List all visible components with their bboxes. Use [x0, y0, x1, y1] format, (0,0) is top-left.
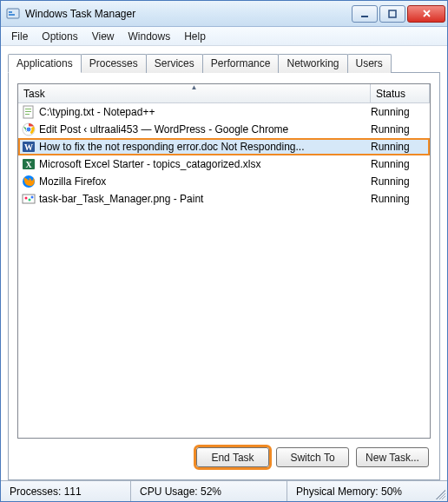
task-status: Running	[371, 106, 426, 118]
task-name: Mozilla Firefox	[39, 175, 371, 188]
menu-help[interactable]: Help	[177, 29, 213, 44]
column-task-label: Task	[23, 88, 45, 100]
tab-processes[interactable]: Processes	[81, 54, 147, 73]
task-name: Microsoft Excel Starter - topics_catagor…	[39, 158, 371, 170]
tab-performance[interactable]: Performance	[202, 54, 280, 73]
tab-users[interactable]: Users	[347, 54, 392, 73]
status-memory: Physical Memory: 50%	[287, 481, 433, 501]
task-row[interactable]: Edit Post ‹ ultraali453 — WordPress - Go…	[18, 121, 430, 138]
menu-windows[interactable]: Windows	[122, 29, 178, 44]
window-title: Windows Task Manager	[25, 8, 352, 20]
tab-strip: Applications Processes Services Performa…	[8, 54, 440, 73]
tab-applications[interactable]: Applications	[8, 54, 82, 73]
menu-options[interactable]: Options	[35, 29, 84, 44]
svg-rect-1	[9, 11, 12, 13]
menu-file[interactable]: File	[4, 29, 35, 44]
notepadpp-icon	[22, 105, 36, 119]
firefox-icon	[22, 175, 36, 188]
task-status: Running	[371, 175, 426, 188]
new-task-button[interactable]: New Task...	[356, 447, 429, 467]
task-row[interactable]: task-bar_Task_Manager.png - PaintRunning	[18, 190, 430, 208]
end-task-button[interactable]: End Task	[196, 447, 269, 467]
task-status: Running	[371, 123, 426, 135]
tab-networking[interactable]: Networking	[278, 54, 347, 73]
statusbar: Processes: 111 CPU Usage: 52% Physical M…	[1, 480, 447, 501]
task-row[interactable]: C:\typing.txt - Notepad++Running	[18, 103, 430, 121]
svg-text:W: W	[24, 142, 33, 152]
svg-rect-8	[25, 114, 30, 115]
task-list: Task ▲ Status C:\typing.txt - Notepad++R…	[17, 83, 431, 439]
status-processes: Processes: 111	[1, 481, 131, 501]
task-name: Edit Post ‹ ultraali453 — WordPress - Go…	[39, 123, 371, 135]
close-button[interactable]	[407, 5, 445, 23]
menubar: File Options View Windows Help	[1, 27, 447, 46]
column-header-task[interactable]: Task ▲	[18, 84, 371, 102]
task-name: C:\typing.txt - Notepad++	[39, 106, 371, 118]
svg-rect-4	[389, 10, 396, 17]
maximize-button[interactable]	[379, 5, 405, 23]
task-row[interactable]: WHow to fix the not responding error.doc…	[18, 138, 430, 155]
menu-view[interactable]: View	[85, 29, 122, 44]
svg-point-17	[25, 197, 28, 200]
chrome-icon	[22, 122, 36, 136]
paint-icon	[22, 192, 36, 206]
button-row: End Task Switch To New Task...	[17, 439, 431, 471]
switch-to-button[interactable]: Switch To	[276, 447, 349, 467]
resize-grip-icon[interactable]	[433, 487, 445, 499]
column-status-label: Status	[376, 88, 405, 100]
minimize-button[interactable]	[352, 5, 378, 23]
svg-text:X: X	[25, 160, 32, 169]
task-status: Running	[371, 193, 426, 205]
svg-rect-3	[361, 16, 368, 17]
task-status: Running	[371, 158, 426, 170]
status-cpu: CPU Usage: 52%	[131, 481, 287, 501]
client-area: Applications Processes Services Performa…	[1, 46, 447, 480]
app-icon	[6, 7, 20, 21]
svg-point-18	[29, 199, 31, 201]
svg-rect-6	[25, 109, 31, 109]
column-header-status[interactable]: Status	[371, 84, 430, 102]
list-header: Task ▲ Status	[18, 84, 430, 103]
svg-rect-0	[7, 9, 19, 18]
sort-asc-icon: ▲	[191, 83, 198, 91]
tab-services[interactable]: Services	[146, 54, 203, 73]
titlebar[interactable]: Windows Task Manager	[1, 1, 447, 27]
task-row[interactable]: Mozilla FirefoxRunning	[18, 173, 430, 190]
task-row[interactable]: XMicrosoft Excel Starter - topics_catago…	[18, 155, 430, 173]
svg-rect-2	[9, 14, 15, 16]
svg-point-19	[31, 196, 34, 199]
task-status: Running	[371, 141, 426, 153]
svg-rect-7	[25, 111, 31, 112]
task-name: task-bar_Task_Manager.png - Paint	[39, 193, 371, 205]
tab-panel: Task ▲ Status C:\typing.txt - Notepad++R…	[8, 72, 440, 480]
task-manager-window: Windows Task Manager File Options View W…	[0, 0, 448, 502]
task-name: How to fix the not responding error.doc …	[39, 141, 371, 153]
excel-icon: X	[22, 157, 36, 171]
svg-point-10	[26, 127, 31, 132]
word-icon: W	[22, 140, 36, 154]
task-rows: C:\typing.txt - Notepad++RunningEdit Pos…	[18, 103, 430, 438]
